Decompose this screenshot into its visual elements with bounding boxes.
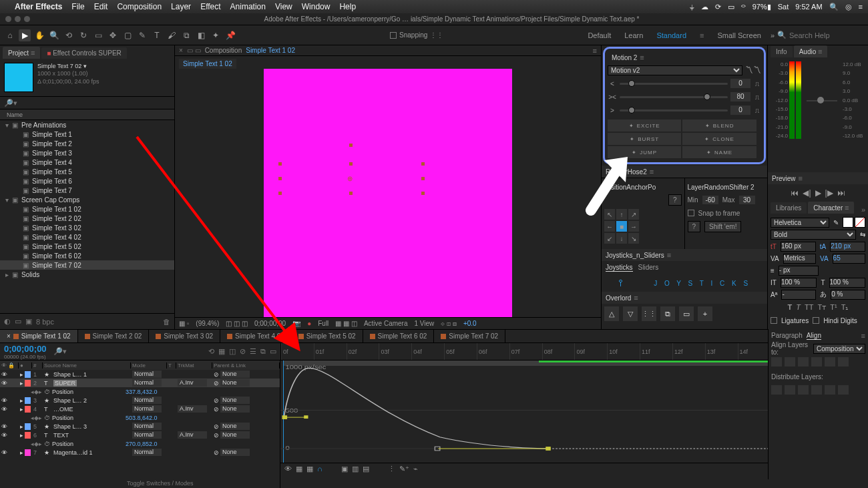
motion-burst-button[interactable]: ✦BURST — [608, 133, 681, 145]
rubberhose-header[interactable]: RubberHose2 ≡ — [602, 166, 767, 178]
tab-info[interactable]: Info — [771, 46, 793, 57]
new-folder-icon[interactable]: ▭ — [15, 317, 21, 326]
tsume[interactable]: 0 % — [831, 290, 865, 300]
snapping-toggle[interactable]: Snapping ⋮⋮ — [390, 31, 443, 39]
motion-slider[interactable] — [620, 83, 728, 85]
timeline-tab[interactable]: Simple Text 5 02 — [292, 330, 363, 342]
anchor-point-icon[interactable]: ⊕ — [347, 175, 353, 182]
timeline-tab[interactable]: Simple Text 6 02 — [363, 330, 435, 342]
viewer-toggle-alpha-icon[interactable]: ▦ ▫ — [179, 320, 189, 327]
status-siri-icon[interactable]: ◎ — [845, 3, 852, 11]
motion-clone-button[interactable]: ✦CLONE — [682, 133, 756, 145]
tab-character[interactable]: Character ≡ — [808, 202, 854, 214]
motion-slider[interactable] — [620, 96, 728, 98]
shifter-shift-button[interactable]: Shift 'em! — [704, 221, 741, 232]
tl-draft3d-icon[interactable]: ▦ — [218, 347, 225, 356]
project-comp[interactable]: ▣Simple Text 5 — [0, 167, 174, 176]
viewer-grid-icon[interactable]: ▦ ▦ ◫ — [335, 320, 357, 327]
motion2-menu-icon[interactable]: ≡ — [640, 53, 644, 61]
new-comp-icon[interactable]: ▣ — [25, 317, 32, 326]
tl-aec-icon[interactable]: ⧉ — [260, 347, 266, 356]
composition-viewport[interactable]: ⊕ — [175, 69, 601, 317]
roto-tool[interactable]: ✦ — [210, 29, 222, 41]
tl-graph-icon[interactable]: ☰ — [250, 347, 256, 356]
motion-link-icon[interactable]: ⎍ — [753, 107, 761, 114]
tab-libraries[interactable]: Libraries — [771, 202, 807, 214]
ge-fitall-icon[interactable]: ▥ — [352, 465, 359, 473]
layer-property[interactable]: ◂◆▸⏱Position270.0,852.0 — [0, 439, 280, 448]
tl-render-icon[interactable]: ▭ — [270, 347, 276, 356]
char-overflow-icon[interactable]: » — [861, 206, 865, 214]
camera-tool[interactable]: ▭ — [92, 29, 104, 41]
workspace-overflow-icon[interactable]: » — [771, 31, 775, 39]
timeline-layer[interactable]: 👁 ▸ 1★Shape L… 1Normal⊘ None — [0, 370, 280, 379]
tl-motion-blur-icon[interactable]: ⊘ — [240, 347, 246, 356]
workspace-standard[interactable]: Standard — [656, 31, 686, 39]
smallcaps[interactable]: Tᴛ — [818, 303, 827, 312]
flowchart-tab[interactable]: Simple Text 1 02 — [179, 59, 236, 69]
type-tool[interactable]: T — [151, 29, 163, 41]
project-folder[interactable]: ▾▣Screen Cap Comps — [0, 195, 174, 204]
motion-blend-button[interactable]: ✦BLEND — [682, 119, 756, 132]
timeline-layer[interactable]: 👁 ▸ 6TTEXTNormalA.Inv⊘ None — [0, 431, 280, 439]
overlord-opts-icon[interactable]: ⋮⋮ — [642, 306, 656, 321]
shape-tool[interactable]: ▢ — [122, 29, 134, 41]
vscale[interactable]: 100 % — [781, 278, 817, 288]
project-folder[interactable]: ▸▣Solids — [0, 270, 174, 279]
menu-effect[interactable]: Effect — [200, 2, 220, 11]
tab-effect-controls[interactable]: ■ Effect Controls SUPER — [41, 47, 126, 59]
motion-slider[interactable] — [620, 109, 728, 111]
motion-value[interactable]: 80 — [730, 92, 750, 101]
project-folder[interactable]: ▾▣Pre Animations — [0, 120, 174, 130]
hscale[interactable]: 100 % — [829, 278, 866, 288]
snapshot-icon[interactable]: 📷 — [292, 320, 300, 327]
project-column-header[interactable]: Name — [0, 109, 174, 120]
font-family[interactable]: Helvetica — [771, 218, 829, 228]
project-comp[interactable]: ▣Simple Text 7 02 — [0, 260, 174, 270]
menu-window[interactable]: Window — [302, 2, 331, 11]
layer-property[interactable]: ◂◆▸⏱Position503.8,642.0 — [0, 413, 280, 422]
timeline-tab[interactable]: Simple Text 7 02 — [434, 330, 505, 342]
joysticks-header[interactable]: Joysticks_n_Sliders ≡ — [602, 249, 767, 261]
project-comp[interactable]: ▣Simple Text 4 — [0, 158, 174, 167]
ge-eye-icon[interactable]: 👁 — [284, 465, 292, 473]
rotate-tool[interactable]: ↻ — [77, 29, 89, 41]
brush-tool[interactable]: 🖌 — [166, 29, 178, 41]
selection-tool[interactable]: ▶ — [19, 29, 31, 41]
project-comp[interactable]: ▣Simple Text 2 02 — [0, 214, 174, 223]
tl-shy-icon[interactable]: ⟲ — [208, 347, 214, 356]
align-target[interactable]: Composition — [813, 344, 865, 354]
timeline-layer[interactable]: 👁 ▸ 3★Shape L… 2Normal⊘ None — [0, 396, 280, 405]
ge-fit-icon[interactable]: ▣ — [341, 465, 348, 473]
overlord-pull-icon[interactable]: ▽ — [623, 306, 638, 321]
overlord-push-icon[interactable]: △ — [604, 306, 619, 321]
timeline-layer[interactable]: 👁 ▸ 5★Shape L… 3Normal⊘ None — [0, 422, 280, 431]
audio-level-thumb[interactable] — [817, 97, 824, 103]
breadcrumb-link[interactable]: Simple Text 1 02 — [246, 47, 295, 54]
project-thumbnail[interactable] — [4, 63, 33, 92]
hindi-checkbox[interactable] — [813, 317, 819, 324]
project-comp[interactable]: ▣Simple Text 4 02 — [0, 232, 174, 242]
zoom-tool[interactable]: 🔍 — [48, 29, 60, 41]
overlord-ref-icon[interactable]: ▭ — [679, 306, 694, 321]
project-tree[interactable]: ▾▣Pre Animations▣Simple Text 1▣Simple Te… — [0, 120, 174, 313]
workspace-standard-menu-icon[interactable]: ≡ — [700, 31, 704, 39]
menu-animation[interactable]: Animation — [230, 2, 266, 11]
menu-view[interactable]: View — [275, 2, 292, 11]
fill-swatch[interactable] — [843, 217, 853, 228]
viewer-zoom[interactable]: (99.4%) — [196, 320, 219, 327]
kerning[interactable]: Metrics — [783, 254, 816, 264]
overlord-link-icon[interactable]: ⧉ — [660, 306, 675, 321]
viewer-camera[interactable]: Active Camera — [364, 320, 408, 327]
motion-value[interactable]: 0 — [730, 105, 750, 115]
swap-swatch-icon[interactable]: ⇆ — [860, 231, 865, 238]
motion-value[interactable]: 0 — [730, 79, 750, 88]
tl-frame-blend-icon[interactable]: ◫ — [229, 347, 236, 356]
status-search-icon[interactable]: 🔍 — [829, 3, 839, 11]
project-comp[interactable]: ▣Simple Text 7 — [0, 186, 174, 195]
tracking[interactable]: 65 — [833, 254, 865, 264]
window-close-button[interactable] — [5, 16, 11, 22]
timeline-tabs[interactable]: × Simple Text 1 02 Simple Text 2 02 Simp… — [0, 330, 868, 343]
help-search[interactable]: 🔍 Search Help — [777, 31, 864, 39]
viewer-3d-icon[interactable]: ⟐ ◫ ▥ — [441, 320, 457, 327]
